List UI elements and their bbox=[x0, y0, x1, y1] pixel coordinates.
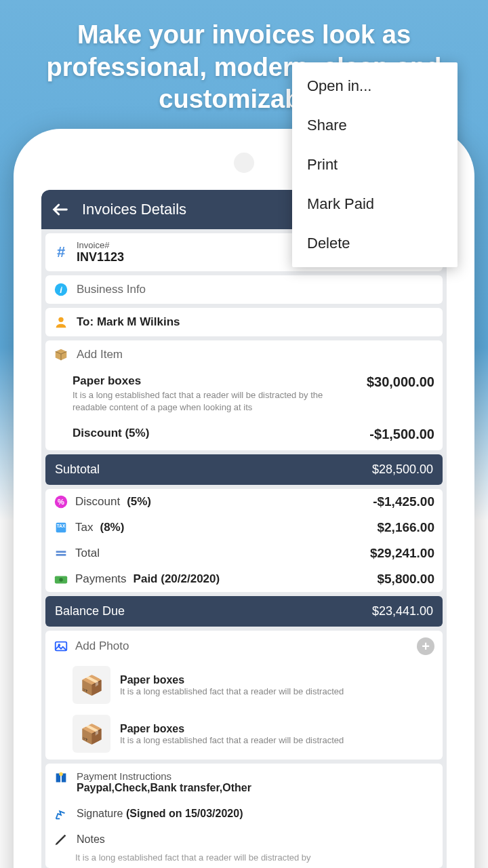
add-item-row[interactable]: Add Item bbox=[45, 340, 443, 369]
payment-label: Payment Instructions bbox=[77, 770, 251, 782]
discount-row: % Discount (5%) -$1,425.00 bbox=[45, 489, 443, 515]
cash-icon bbox=[54, 572, 68, 587]
discount-name: Discount bbox=[75, 495, 120, 509]
photo-title: Paper boxes bbox=[120, 674, 344, 686]
photo-icon bbox=[54, 639, 68, 654]
notes-row[interactable]: Notes bbox=[45, 827, 443, 852]
payments-detail: Paid (20/2/2020) bbox=[134, 572, 220, 586]
svg-text:TAX: TAX bbox=[57, 524, 66, 528]
totals-card: % Discount (5%) -$1,425.00 TAX Tax (8%) … bbox=[45, 489, 443, 592]
tax-row: TAX Tax (8%) $2,166.00 bbox=[45, 515, 443, 540]
to-value: To: Mark M Wilkins bbox=[77, 315, 180, 329]
box-icon bbox=[54, 347, 68, 362]
total-row: Total $29,241.00 bbox=[45, 540, 443, 566]
subtotal-amount: $28,500.00 bbox=[372, 462, 433, 477]
payments-row: Payments Paid (20/2/2020) $5,800.00 bbox=[45, 566, 443, 592]
menu-mark-paid[interactable]: Mark Paid bbox=[292, 184, 458, 224]
signature-text: Signature (Signed on 15/03/2020) bbox=[77, 808, 243, 820]
svg-text:i: i bbox=[60, 285, 62, 295]
photo-thumb: 📦 bbox=[73, 666, 110, 704]
discount-amount: -$1,425.00 bbox=[373, 494, 434, 509]
items-card: Add Item Paper boxes It is a long establ… bbox=[45, 340, 443, 450]
payments-name: Payments bbox=[75, 572, 127, 586]
item-amount: $30,000.00 bbox=[367, 374, 434, 390]
tax-amount: $2,166.00 bbox=[377, 520, 434, 535]
item-discount-label: Discount (5%) bbox=[73, 427, 149, 442]
total-amount: $29,241.00 bbox=[370, 546, 434, 561]
photo-item[interactable]: 📦 Paper boxes It is a long established f… bbox=[45, 711, 443, 760]
person-icon bbox=[54, 315, 68, 330]
balance-amount: $23,441.00 bbox=[372, 604, 433, 618]
tax-name: Tax bbox=[75, 521, 93, 534]
menu-share[interactable]: Share bbox=[292, 106, 458, 145]
app-title: Invoices Details bbox=[82, 201, 186, 218]
photo-title: Paper boxes bbox=[120, 723, 344, 735]
signature-icon bbox=[54, 806, 68, 821]
item-title: Paper boxes bbox=[73, 374, 359, 388]
overflow-menu: Open in... Share Print Mark Paid Delete bbox=[292, 62, 458, 267]
payment-instructions-row[interactable]: Payment Instructions Paypal,Check,Bank t… bbox=[45, 764, 443, 801]
photos-card: Add Photo + 📦 Paper boxes It is a long e… bbox=[45, 631, 443, 760]
item-desc: It is a long established fact that a rea… bbox=[73, 389, 359, 413]
balance-label: Balance Due bbox=[55, 604, 125, 618]
balance-bar: Balance Due $23,441.00 bbox=[45, 596, 443, 627]
hash-icon: # bbox=[54, 245, 68, 260]
to-card[interactable]: To: Mark M Wilkins bbox=[45, 308, 443, 336]
svg-text:%: % bbox=[58, 498, 64, 506]
tax-icon: TAX bbox=[54, 520, 68, 535]
photo-thumb: 📦 bbox=[73, 715, 110, 753]
tax-pct: (8%) bbox=[100, 521, 124, 534]
book-icon bbox=[54, 770, 68, 785]
invoice-number-label: Invoice# bbox=[77, 240, 124, 250]
photo-desc: It is a long established fact that a rea… bbox=[120, 686, 344, 696]
discount-pct: (5%) bbox=[127, 495, 151, 509]
item-discount-amount: -$1,500.00 bbox=[369, 427, 434, 442]
subtotal-bar: Subtotal $28,500.00 bbox=[45, 454, 443, 485]
svg-rect-8 bbox=[56, 554, 66, 556]
business-info-card[interactable]: i Business Info bbox=[45, 275, 443, 304]
photo-desc: It is a long established fact that a rea… bbox=[120, 735, 344, 745]
menu-print[interactable]: Print bbox=[292, 145, 458, 184]
svg-point-2 bbox=[58, 317, 63, 322]
svg-rect-7 bbox=[56, 551, 66, 553]
payments-amount: $5,800.00 bbox=[377, 572, 434, 587]
item-discount-row: Discount (5%) -$1,500.00 bbox=[45, 420, 443, 450]
notes-label: Notes bbox=[77, 833, 105, 846]
payment-methods: Paypal,Check,Bank transfer,Other bbox=[77, 782, 251, 794]
notes-text: It is a long established fact that a rea… bbox=[45, 852, 443, 868]
percent-icon: % bbox=[54, 494, 68, 509]
app-screen: Invoices Details # Invoice# INV1123 i B bbox=[41, 190, 447, 868]
add-photo-label: Add Photo bbox=[75, 639, 129, 653]
equals-icon bbox=[54, 546, 68, 561]
add-photo-button[interactable]: + bbox=[417, 637, 434, 655]
phone-speaker bbox=[234, 153, 254, 173]
svg-point-13 bbox=[59, 772, 63, 776]
footer-card: Payment Instructions Paypal,Check,Bank t… bbox=[45, 764, 443, 868]
menu-open-in[interactable]: Open in... bbox=[292, 66, 458, 106]
info-icon: i bbox=[54, 282, 68, 297]
business-info-label: Business Info bbox=[77, 283, 146, 296]
photo-item[interactable]: 📦 Paper boxes It is a long established f… bbox=[45, 662, 443, 711]
back-icon[interactable] bbox=[51, 200, 70, 219]
total-name: Total bbox=[75, 547, 100, 560]
content-scroll[interactable]: # Invoice# INV1123 i Business Info bbox=[41, 229, 447, 868]
pencil-icon bbox=[54, 832, 68, 847]
add-item-label: Add Item bbox=[77, 348, 123, 361]
subtotal-label: Subtotal bbox=[55, 462, 100, 477]
signature-row[interactable]: Signature (Signed on 15/03/2020) bbox=[45, 801, 443, 827]
svg-point-10 bbox=[59, 578, 63, 582]
invoice-number-value: INV1123 bbox=[77, 250, 124, 264]
menu-delete[interactable]: Delete bbox=[292, 224, 458, 263]
line-item[interactable]: Paper boxes It is a long established fac… bbox=[45, 369, 443, 420]
